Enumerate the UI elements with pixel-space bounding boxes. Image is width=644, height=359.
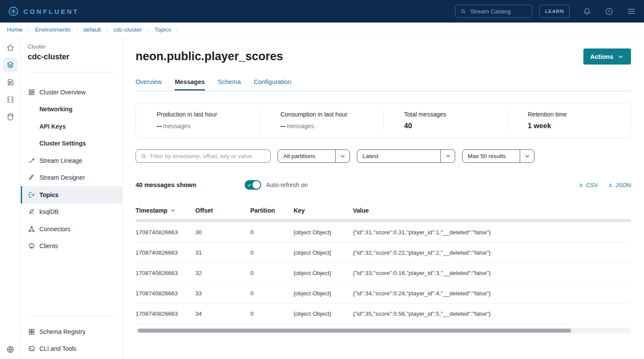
sidebar-item-label: CLI and Tools: [39, 345, 76, 352]
message-row[interactable]: 1708740826663320[object Object]{"id":33,…: [136, 263, 631, 283]
tab-messages[interactable]: Messages: [175, 78, 204, 91]
stat-production-in-last-hour: Production in last hour--messages: [136, 111, 260, 130]
sidebar-item-cluster-settings[interactable]: Cluster Settings: [21, 135, 122, 152]
toggle-knob: [252, 181, 260, 189]
limit-select[interactable]: Max 50 results: [462, 149, 534, 163]
stat-total-messages: Total messages40: [383, 111, 507, 130]
cell-value: {"id":31,"score":0.31,"player_id":1,"__d…: [353, 229, 631, 236]
message-row[interactable]: 1708740826663300[object Object]{"id":31,…: [136, 222, 631, 243]
chevron-down-icon: [440, 150, 455, 162]
divider: [28, 316, 115, 316]
tab-schema[interactable]: Schema: [218, 78, 241, 91]
search-icon: [140, 153, 147, 159]
stream-catalog-input[interactable]: [470, 8, 522, 15]
cell-timestamp: 1708740826663: [136, 290, 195, 297]
message-filter-input[interactable]: [150, 153, 259, 159]
column-label: Offset: [195, 207, 213, 214]
breadcrumb-home[interactable]: Home: [7, 26, 23, 33]
brand-name: CONFLUENT: [23, 8, 79, 15]
partition-select[interactable]: All partitions: [278, 149, 350, 163]
breadcrumb-default[interactable]: default: [84, 26, 101, 33]
sidebar-item-topics[interactable]: Topics: [21, 186, 122, 204]
sidebar-item-networking[interactable]: Networking: [21, 101, 122, 118]
icon-spacer: [28, 123, 36, 130]
learn-button[interactable]: LEARN: [539, 5, 570, 18]
column-header-key: Key: [294, 207, 353, 214]
message-row[interactable]: 1708740826663310[object Object]{"id":32,…: [136, 243, 631, 263]
actions-button[interactable]: Actions: [583, 49, 631, 65]
stream-catalog-search[interactable]: [455, 5, 532, 18]
sidebar-item-stream-designer[interactable]: Stream Designer: [21, 169, 122, 187]
tab-configuration[interactable]: Configuration: [254, 78, 291, 91]
column-label: Value: [353, 207, 369, 214]
home-icon: [3, 40, 18, 55]
stat-value: --: [281, 122, 285, 129]
table-header-scrollbar[interactable]: [136, 219, 631, 222]
chevron-right-icon: [175, 27, 180, 32]
breadcrumb: HomeEnvironmentsdefaultcdc-clusterTopics: [0, 23, 644, 37]
divider: [28, 72, 115, 72]
cluster-name: cdc-cluster: [21, 52, 122, 61]
json-label: JSON: [615, 182, 631, 188]
horizontal-scrollbar-thumb[interactable]: [138, 329, 571, 333]
clients-icon: [28, 242, 36, 250]
cell-value: {"id":32,"score":0.22,"player_id":2,"__d…: [353, 249, 631, 256]
column-header-value: Value: [353, 207, 631, 214]
sidebar-item-ksqldb[interactable]: ksqlDB: [21, 204, 122, 221]
topic-tabs: OverviewMessagesSchemaConfiguration: [136, 78, 631, 91]
cell-partition: 0: [250, 290, 294, 297]
sidebar-item-connectors[interactable]: Connectors: [21, 220, 122, 238]
confluent-brand[interactable]: CONFLUENT: [8, 6, 79, 17]
cell-value: {"id":34,"score":0.24,"player_id":4,"__d…: [353, 290, 631, 297]
sidebar-item-cluster-overview[interactable]: Cluster Overview: [21, 84, 122, 101]
rail-item-document[interactable]: [0, 74, 21, 91]
sidebar-item-cli-and-tools[interactable]: CLI and Tools: [21, 340, 122, 358]
document-icon: [3, 75, 18, 90]
menu-icon[interactable]: [627, 6, 636, 16]
message-filter-search[interactable]: [136, 149, 271, 163]
sidebar: Cluster cdc-cluster Cluster OverviewNetw…: [21, 37, 123, 359]
rail-item-database[interactable]: [0, 108, 21, 126]
column-label: Key: [294, 207, 305, 214]
sidebar-item-clients[interactable]: Clients: [21, 238, 122, 255]
column-header-offset: Offset: [195, 207, 250, 214]
message-row[interactable]: 1708740826663340[object Object]{"id":35,…: [136, 304, 631, 324]
rail-item-flow[interactable]: [0, 91, 21, 108]
cell-offset: 34: [195, 310, 250, 317]
sidebar-item-label: ksqlDB: [39, 208, 58, 215]
rail-item-layers[interactable]: [0, 56, 21, 74]
search-icon: [460, 8, 466, 15]
help-icon[interactable]: ?: [605, 7, 614, 16]
rail-item-home[interactable]: [0, 39, 21, 56]
order-select[interactable]: Latest: [357, 149, 455, 163]
cell-key: [object Object]: [294, 270, 353, 276]
messages-table: TimestampOffsetPartitionKeyValue 1708740…: [136, 202, 631, 333]
actions-button-label: Actions: [590, 53, 613, 60]
sidebar-item-label: Connectors: [39, 226, 71, 233]
sidebar-item-label: Stream Designer: [39, 174, 85, 181]
download-json-link[interactable]: JSON: [608, 182, 631, 188]
sidebar-item-schema-registry[interactable]: Schema Registry: [21, 323, 122, 340]
cell-timestamp: 1708740826663: [136, 310, 195, 317]
limit-select-value: Max 50 results: [463, 153, 520, 159]
designer-icon: [28, 174, 36, 181]
cell-offset: 30: [195, 229, 250, 236]
tab-overview[interactable]: Overview: [136, 78, 162, 91]
table-header-row: TimestampOffsetPartitionKeyValue: [136, 202, 631, 219]
breadcrumb-cdc-cluster[interactable]: cdc-cluster: [113, 26, 142, 33]
message-row[interactable]: 1708740826663330[object Object]{"id":34,…: [136, 283, 631, 304]
auto-refresh-toggle[interactable]: [245, 180, 261, 190]
bell-icon[interactable]: [583, 7, 592, 16]
horizontal-scrollbar-track[interactable]: [136, 328, 631, 333]
sidebar-item-api-keys[interactable]: API Keys: [21, 118, 122, 135]
page-title: neon.public.player_scores: [136, 50, 283, 63]
column-header-timestamp[interactable]: Timestamp: [136, 207, 195, 214]
download-csv-link[interactable]: CSV: [578, 182, 598, 188]
chevron-down-icon: [520, 150, 534, 162]
breadcrumb-topics[interactable]: Topics: [154, 26, 171, 33]
chevron-right-icon: [26, 27, 31, 32]
grid-icon: [28, 88, 36, 96]
rail-item-globe[interactable]: [0, 341, 21, 358]
sidebar-item-stream-lineage[interactable]: Stream Lineage: [21, 152, 122, 169]
breadcrumb-environments[interactable]: Environments: [35, 26, 71, 33]
